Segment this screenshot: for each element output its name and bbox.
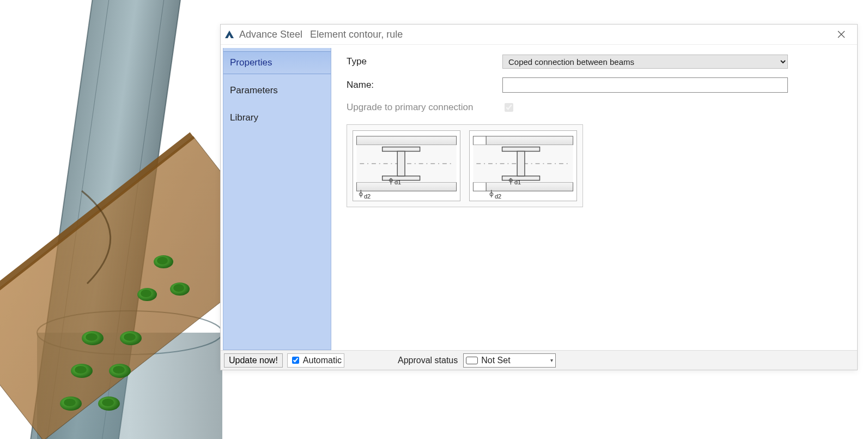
svg-point-24: [64, 399, 76, 406]
type-label: Type: [347, 56, 502, 67]
dialog-subtitle: Element contour, rule: [310, 29, 403, 40]
automatic-label: Automatic: [303, 356, 342, 365]
upgrade-checkbox: [505, 103, 513, 112]
svg-rect-38: [486, 136, 573, 145]
dialog-titlebar[interactable]: Advance Steel Element contour, rule: [221, 25, 857, 44]
tab-properties[interactable]: Properties: [223, 51, 331, 74]
diagram-label-d1-b: d1: [514, 179, 521, 185]
app-name: Advance Steel: [239, 29, 302, 40]
svg-rect-33: [397, 151, 405, 176]
status-swatch-icon: [466, 357, 478, 364]
tab-parameters[interactable]: Parameters: [223, 80, 331, 101]
svg-point-16: [86, 333, 98, 341]
preview-thumb-1[interactable]: d1 d2: [353, 130, 460, 201]
update-now-button[interactable]: Update now!: [224, 353, 283, 368]
close-button[interactable]: [829, 27, 854, 42]
upgrade-label: Upgrade to primary connection: [347, 102, 502, 113]
svg-rect-31: [383, 147, 420, 152]
diagram-label-d2: d2: [364, 193, 371, 200]
svg-point-18: [124, 333, 136, 341]
form-area: Type Coped connection between beams Name…: [331, 45, 857, 350]
preview-thumbnails: d1 d2: [347, 124, 583, 207]
tab-library[interactable]: Library: [223, 107, 331, 129]
type-dropdown[interactable]: Coped connection between beams: [502, 55, 788, 69]
svg-rect-44: [502, 147, 540, 152]
element-contour-dialog: Advance Steel Element contour, rule Prop…: [220, 24, 858, 370]
preview-thumb-2[interactable]: d1 d2: [469, 130, 577, 201]
svg-point-10: [157, 257, 168, 264]
svg-rect-41: [473, 183, 486, 191]
svg-rect-46: [517, 151, 525, 176]
svg-point-14: [173, 284, 184, 292]
approval-status-dropdown[interactable]: Not Set ▾: [463, 353, 556, 368]
name-label: Name:: [347, 80, 502, 91]
approval-status-label: Approval status: [398, 356, 458, 365]
chevron-down-icon: ▾: [550, 357, 553, 363]
dialog-bottom-bar: Update now! Automatic Approval status No…: [221, 350, 857, 370]
svg-rect-28: [356, 183, 456, 191]
automatic-toggle[interactable]: Automatic: [287, 353, 344, 368]
sidebar-tabs: Properties Parameters Library: [223, 48, 331, 350]
svg-rect-40: [473, 136, 486, 145]
svg-rect-27: [356, 136, 456, 145]
autodesk-advance-steel-icon: [224, 29, 235, 40]
automatic-checkbox[interactable]: [292, 357, 299, 364]
diagram-label-d2-b: d2: [495, 193, 501, 200]
diagram-label-d1: d1: [394, 179, 401, 185]
svg-point-26: [102, 399, 114, 406]
svg-rect-39: [486, 183, 573, 191]
svg-point-22: [113, 366, 125, 374]
approval-status-value: Not Set: [481, 356, 510, 365]
svg-point-12: [141, 290, 151, 297]
name-input[interactable]: [502, 77, 788, 93]
svg-point-20: [75, 366, 87, 374]
